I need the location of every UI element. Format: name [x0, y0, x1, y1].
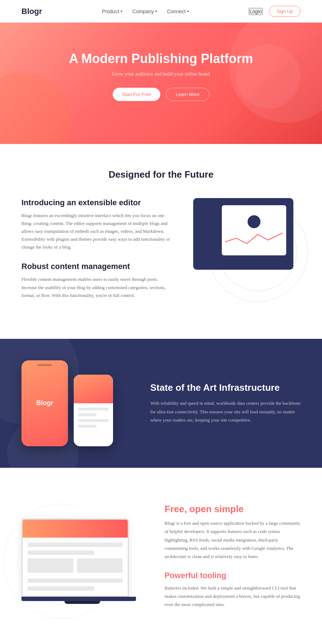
laptop-content-bar-3	[28, 578, 123, 583]
open-section: Free, open simple Blogr is a free and op…	[0, 475, 322, 644]
laptop-header	[23, 520, 128, 538]
laptop-content	[23, 538, 128, 596]
phone-line-1	[78, 408, 109, 410]
laptop-screen	[21, 519, 129, 597]
nav-links: Product ▾ Company ▾ Connect ▾	[102, 9, 189, 14]
signup-button[interactable]: Sign Up	[269, 6, 301, 17]
phone-big-mockup: Blogr	[21, 360, 68, 446]
phone-line-3	[78, 419, 109, 422]
laptop-block-2	[77, 558, 123, 573]
nav-connect-label: Connect	[167, 9, 186, 14]
site-logo[interactable]: Blogr	[21, 7, 42, 16]
laptop-block-1	[28, 558, 73, 573]
editor-wave-icon	[225, 231, 283, 245]
infra-text: State of the Art Infrastructure With rel…	[150, 382, 301, 424]
laptop-content-bar-2	[28, 551, 94, 555]
editor-inner-card	[222, 205, 286, 255]
nav-connect[interactable]: Connect ▾	[167, 9, 189, 14]
phone-small-header	[74, 375, 113, 403]
feature1-text: Blogr features an exceedingly intuitive …	[21, 212, 172, 251]
laptop-base	[21, 597, 136, 601]
feature2-text: Flexible content management enables user…	[21, 275, 172, 299]
feature1-heading: Introducing an extensible editor	[21, 198, 172, 207]
chevron-down-icon: ▾	[155, 9, 157, 13]
editor-dot	[248, 215, 260, 228]
hero-heading: A Modern Publishing Platform	[21, 51, 301, 66]
phone-line-4	[78, 425, 97, 428]
chevron-down-icon: ▾	[121, 9, 122, 13]
laptop-stand	[64, 601, 100, 604]
start-for-free-button[interactable]: Start For Free	[113, 88, 160, 101]
open-text: Free, open simple Blogr is a free and op…	[165, 504, 301, 619]
laptop-content-bar-4	[28, 586, 94, 591]
phone-small-mockup	[74, 375, 113, 446]
nav-company-label: Company	[132, 9, 154, 14]
future-text: Introducing an extensible editor Blogr f…	[21, 198, 172, 310]
hero-blob	[0, 72, 72, 144]
hero-buttons: Start For Free Learn More	[21, 88, 301, 101]
chevron-down-icon: ▾	[187, 9, 189, 13]
editor-illustration	[193, 198, 293, 270]
future-image	[186, 198, 301, 270]
nav-actions: Login Sign Up	[249, 6, 301, 17]
phone-logo-text: Blogr	[36, 399, 53, 407]
phone-small-content	[74, 403, 113, 432]
laptop-content-bar-1	[28, 543, 123, 547]
navbar: Blogr Product ▾ Company ▾ Connect ▾ Logi…	[0, 0, 322, 23]
nav-product[interactable]: Product ▾	[102, 9, 122, 14]
login-button[interactable]: Login	[249, 8, 262, 15]
hero-section: A Modern Publishing Platform Grow your a…	[0, 23, 322, 144]
laptop-mockup	[21, 519, 143, 604]
phone-mockups: Blogr	[21, 360, 129, 446]
open-text-2: Batteries included. We built a simple an…	[165, 584, 301, 609]
learn-more-button[interactable]: Learn More	[166, 88, 209, 101]
open-heading-2: Powerful tooling	[165, 571, 301, 580]
infra-description: With reliability and speed in mind, worl…	[150, 399, 301, 424]
infra-heading: State of the Art Infrastructure	[150, 382, 301, 393]
infra-section: Blogr State of the Art Infrastructure Wi…	[0, 339, 322, 468]
nav-company[interactable]: Company ▾	[132, 9, 157, 14]
phone-line-2	[78, 413, 97, 416]
future-section: Designed for the Future Introducing an e…	[0, 144, 322, 332]
hero-subheading: Grow your audience and build your online…	[21, 71, 301, 77]
feature2-heading: Robust content management	[21, 262, 172, 271]
future-grid: Introducing an extensible editor Blogr f…	[21, 198, 301, 310]
future-heading: Designed for the Future	[21, 169, 301, 180]
nav-product-label: Product	[102, 9, 119, 14]
open-text-1: Blogr is a free and open source applicat…	[165, 519, 301, 561]
open-heading-1: Free, open simple	[165, 504, 301, 515]
laptop-content-row	[28, 558, 123, 573]
phone-notch	[38, 364, 52, 366]
